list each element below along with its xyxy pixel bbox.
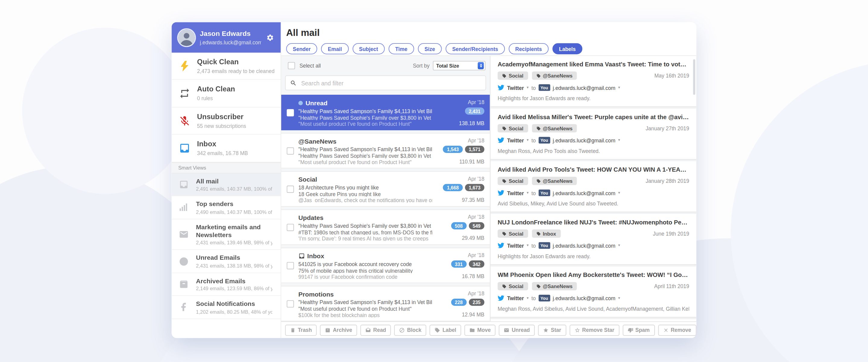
- chevron-down-icon[interactable]: ▾: [618, 138, 620, 142]
- archive-button[interactable]: Archive: [320, 324, 357, 335]
- block-button[interactable]: Block: [395, 324, 427, 335]
- tag-social[interactable]: Social: [498, 282, 528, 290]
- inbox-icon: [172, 142, 197, 154]
- tag-inbox[interactable]: Inbox: [532, 229, 561, 238]
- email-group-updates[interactable]: Updates "Healthy Paws Saved Sophie's Fam…: [281, 210, 490, 245]
- email-group-social[interactable]: Social 18 Architecture Pins you might li…: [281, 171, 490, 207]
- row-checkbox[interactable]: [287, 224, 294, 231]
- sidebar-item-social-notifications[interactable]: Social Notifications 1,202 emails, 80.25…: [172, 296, 281, 319]
- label-button[interactable]: Label: [430, 324, 461, 335]
- tag-social[interactable]: Social: [498, 177, 528, 185]
- tag-sanenews[interactable]: @SaneNews: [532, 124, 577, 133]
- sidebar-item-quick-clean[interactable]: Quick Clean 2,473 emails ready to be cle…: [172, 53, 281, 80]
- filter-chip-email[interactable]: Email: [321, 43, 349, 54]
- star-icon: [543, 327, 549, 333]
- sidebar-item-title: Quick Clean: [197, 58, 275, 66]
- gear-icon[interactable]: [266, 33, 274, 41]
- email-group-promotions[interactable]: Promotions "Healthy Paws Saved Sampson's…: [281, 286, 490, 322]
- sidebar-item-unsubscriber[interactable]: Unsubscriber 55 new subscriptions: [172, 107, 281, 135]
- sender-name[interactable]: Twitter: [507, 243, 524, 249]
- chevron-down-icon[interactable]: ▾: [527, 243, 529, 248]
- folder-icon: [470, 327, 475, 333]
- chevron-down-icon[interactable]: ▾: [618, 296, 620, 301]
- group-line: 'I'm sorry, Dave': 9 real times AI has g…: [299, 235, 432, 241]
- account-header[interactable]: Jason Edwards j.edwards.luck@gmail.com: [172, 22, 281, 53]
- tag-social[interactable]: Social: [498, 229, 528, 238]
- group-line: "Healthy Paws Saved Sophie's Family over…: [299, 114, 432, 120]
- smart-view-title: All mail: [196, 177, 272, 185]
- sidebar-item-auto-clean[interactable]: Auto Clean 0 rules: [172, 80, 281, 107]
- sidebar-item-unread-emails[interactable]: Unread Emails 2,431 emails, 138.18 MB, 9…: [172, 250, 281, 273]
- filter-chip-sender-recipients[interactable]: Sender/Recipients: [445, 43, 504, 54]
- chevron-down-icon[interactable]: ▾: [618, 191, 620, 195]
- message-item[interactable]: Avid liked Melissa Miller's Tweet: Purpl…: [490, 109, 696, 159]
- recipient-email[interactable]: j.edwards.luck@gmail.com: [553, 243, 615, 249]
- sort-select[interactable]: Total Size: [433, 61, 485, 70]
- row-checkbox[interactable]: [287, 147, 294, 155]
- sidebar-item-marketing[interactable]: Marketing emails and Newsletters 2,431 e…: [172, 219, 281, 250]
- filter-chip-size[interactable]: Size: [418, 43, 442, 54]
- chevron-down-icon[interactable]: ▾: [527, 191, 529, 195]
- to-label: to: [531, 295, 536, 301]
- sender-name[interactable]: Twitter: [507, 190, 524, 196]
- row-checkbox[interactable]: [287, 300, 294, 307]
- remove-star-button[interactable]: Remove Star: [569, 324, 619, 335]
- tag-sanenews[interactable]: @SaneNews: [532, 72, 577, 80]
- group-line: #TBT: 1980s tech that changed us, from M…: [299, 229, 432, 235]
- recipient-email[interactable]: j.edwards.luck@gmail.com: [553, 190, 615, 196]
- tag-social[interactable]: Social: [498, 72, 528, 80]
- smart-view-subtitle: 2,491 emails, 140.37 MB, 100% of you...: [196, 187, 272, 192]
- sidebar-item-archived-emails[interactable]: Archived Emails 2,149 emails, 123.59 MB,…: [172, 273, 281, 296]
- filter-chip-labels[interactable]: Labels: [553, 43, 582, 54]
- message-item[interactable]: AcademyofManagement liked Emma Vaast's T…: [490, 56, 696, 107]
- message-item[interactable]: NUJ LondonFreelance liked NUJ's Tweet: #…: [490, 214, 696, 264]
- row-checkbox[interactable]: [287, 186, 294, 193]
- message-item[interactable]: WM Phoenix Open liked Amy Bockerstette's…: [490, 267, 696, 317]
- scrollbar-thumb[interactable]: [693, 59, 695, 95]
- remove-button[interactable]: Remove: [658, 324, 696, 335]
- sender-name[interactable]: Twitter: [507, 84, 524, 90]
- you-badge: You: [538, 242, 550, 249]
- sidebar-item-all-mail[interactable]: All mail 2,491 emails, 140.37 MB, 100% o…: [172, 173, 281, 196]
- message-item[interactable]: NUJ LondonFreelance liked Federica Tedes…: [490, 319, 696, 321]
- sidebar-item-inbox[interactable]: Inbox 342 emails, 16.78 MB: [172, 135, 281, 162]
- sidebar-item-top-senders[interactable]: Top senders 2,490 emails, 140.37 MB, 100…: [172, 196, 281, 219]
- email-group-sanenews[interactable]: @SaneNews "Healthy Paws Saved Sampson's …: [281, 133, 490, 169]
- recipient-email[interactable]: j.edwards.luck@gmail.com: [553, 295, 615, 301]
- read-button[interactable]: Read: [361, 324, 391, 335]
- smart-view-title: Archived Emails: [196, 277, 272, 285]
- select-all-checkbox[interactable]: [288, 62, 295, 69]
- group-title: @SaneNews: [299, 138, 336, 145]
- chevron-down-icon[interactable]: ▾: [618, 243, 620, 248]
- recipient-email[interactable]: j.edwards.luck@gmail.com: [553, 137, 615, 143]
- search-input[interactable]: [300, 79, 481, 87]
- move-button[interactable]: Move: [464, 324, 495, 335]
- filter-chip-subject[interactable]: Subject: [352, 43, 384, 54]
- spam-button[interactable]: Spam: [623, 324, 655, 335]
- chevron-down-icon[interactable]: ▾: [527, 296, 529, 301]
- chevron-down-icon[interactable]: ▾: [527, 85, 529, 90]
- tag-social[interactable]: Social: [498, 124, 528, 133]
- email-group-unread[interactable]: Unread "Healthy Paws Saved Sampson's Fam…: [281, 95, 490, 130]
- recipient-email[interactable]: j.edwards.luck@gmail.com: [553, 84, 615, 90]
- sender-name[interactable]: Twitter: [507, 295, 524, 301]
- star-button[interactable]: Star: [538, 324, 566, 335]
- sidebar-item-title: Auto Clean: [197, 85, 235, 94]
- trash-button[interactable]: Trash: [285, 324, 317, 335]
- sender-name[interactable]: Twitter: [507, 137, 524, 143]
- message-date: June 19th 2019: [653, 230, 689, 236]
- chevron-down-icon[interactable]: ▾: [527, 138, 529, 142]
- tag-sanenews[interactable]: @SaneNews: [532, 282, 577, 290]
- filter-chip-sender[interactable]: Sender: [286, 43, 317, 54]
- unread-button[interactable]: Unread: [499, 324, 535, 335]
- tag-sanenews[interactable]: @SaneNews: [532, 177, 577, 185]
- email-group-inbox[interactable]: Inbox 541025 is your Facebook account re…: [281, 248, 490, 283]
- filter-chip-time[interactable]: Time: [389, 43, 414, 54]
- facebook-icon: [172, 302, 196, 312]
- filter-chip-recipients[interactable]: Recipients: [509, 43, 549, 54]
- row-checkbox[interactable]: [287, 262, 294, 269]
- message-item[interactable]: Avid liked Avid Pro Tools's Tweet: HOW C…: [490, 161, 696, 212]
- to-label: to: [531, 137, 536, 143]
- chevron-down-icon[interactable]: ▾: [618, 85, 620, 90]
- row-checkbox[interactable]: [287, 109, 294, 116]
